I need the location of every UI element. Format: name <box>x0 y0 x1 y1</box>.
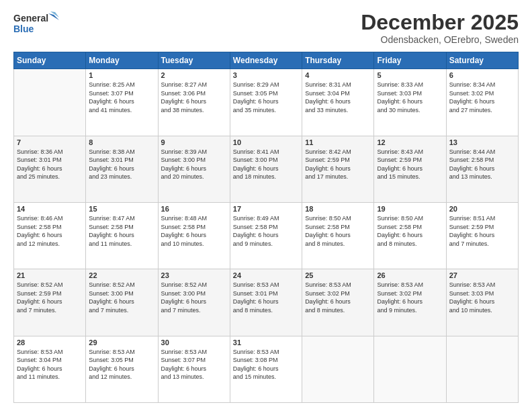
calendar-cell: 18Sunrise: 8:50 AM Sunset: 2:58 PM Dayli… <box>302 202 374 269</box>
week-row-3: 14Sunrise: 8:46 AM Sunset: 2:58 PM Dayli… <box>14 202 519 269</box>
day-number: 29 <box>89 338 154 347</box>
day-info: Sunrise: 8:53 AM Sunset: 3:02 PM Dayligh… <box>377 281 443 314</box>
week-row-4: 21Sunrise: 8:52 AM Sunset: 2:59 PM Dayli… <box>14 269 519 336</box>
logo-svg: GeneralBlue <box>13 11 60 36</box>
col-wednesday: Wednesday <box>230 52 302 69</box>
day-number: 13 <box>449 138 515 146</box>
col-friday: Friday <box>374 52 446 69</box>
header: GeneralBlue December 2025 Odensbacken, O… <box>13 11 519 45</box>
day-number: 28 <box>17 338 83 347</box>
day-number: 9 <box>161 138 227 146</box>
calendar-cell: 11Sunrise: 8:42 AM Sunset: 2:59 PM Dayli… <box>302 136 374 202</box>
calendar-cell: 17Sunrise: 8:49 AM Sunset: 2:58 PM Dayli… <box>230 202 302 269</box>
calendar-cell: 15Sunrise: 8:47 AM Sunset: 2:58 PM Dayli… <box>86 202 158 269</box>
calendar-cell: 24Sunrise: 8:53 AM Sunset: 3:01 PM Dayli… <box>230 269 302 336</box>
calendar-cell: 2Sunrise: 8:27 AM Sunset: 3:06 PM Daylig… <box>158 69 230 136</box>
day-info: Sunrise: 8:52 AM Sunset: 2:59 PM Dayligh… <box>17 281 83 314</box>
day-info: Sunrise: 8:25 AM Sunset: 3:07 PM Dayligh… <box>89 81 154 114</box>
logo: GeneralBlue <box>13 11 60 36</box>
calendar-cell: 25Sunrise: 8:53 AM Sunset: 3:02 PM Dayli… <box>302 269 374 336</box>
day-number: 15 <box>89 205 154 213</box>
day-number: 25 <box>305 271 371 279</box>
calendar-cell: 31Sunrise: 8:53 AM Sunset: 3:08 PM Dayli… <box>230 336 302 402</box>
day-info: Sunrise: 8:50 AM Sunset: 2:58 PM Dayligh… <box>305 214 371 248</box>
day-info: Sunrise: 8:53 AM Sunset: 3:04 PM Dayligh… <box>17 348 83 381</box>
calendar-cell: 13Sunrise: 8:44 AM Sunset: 2:58 PM Dayli… <box>446 136 518 202</box>
day-number: 3 <box>233 71 299 79</box>
calendar-cell: 26Sunrise: 8:53 AM Sunset: 3:02 PM Dayli… <box>374 269 446 336</box>
day-number: 19 <box>377 205 443 213</box>
calendar-cell <box>302 336 374 402</box>
svg-marker-2 <box>48 13 59 20</box>
calendar-cell: 10Sunrise: 8:41 AM Sunset: 3:00 PM Dayli… <box>230 136 302 202</box>
day-info: Sunrise: 8:43 AM Sunset: 2:59 PM Dayligh… <box>377 148 443 181</box>
day-number: 20 <box>449 205 515 213</box>
day-number: 22 <box>89 271 154 279</box>
day-number: 27 <box>449 271 515 279</box>
day-info: Sunrise: 8:48 AM Sunset: 2:58 PM Dayligh… <box>161 214 227 248</box>
day-number: 5 <box>377 71 443 79</box>
calendar-cell: 6Sunrise: 8:34 AM Sunset: 3:02 PM Daylig… <box>446 69 518 136</box>
day-number: 31 <box>233 338 299 347</box>
day-info: Sunrise: 8:53 AM Sunset: 3:03 PM Dayligh… <box>449 281 515 314</box>
day-info: Sunrise: 8:38 AM Sunset: 3:01 PM Dayligh… <box>89 148 154 181</box>
calendar-cell: 7Sunrise: 8:36 AM Sunset: 3:01 PM Daylig… <box>14 136 86 202</box>
week-row-1: 1Sunrise: 8:25 AM Sunset: 3:07 PM Daylig… <box>14 69 519 136</box>
col-monday: Monday <box>86 52 158 69</box>
calendar-header-row: Sunday Monday Tuesday Wednesday Thursday… <box>14 52 519 69</box>
col-thursday: Thursday <box>302 52 374 69</box>
day-info: Sunrise: 8:53 AM Sunset: 3:08 PM Dayligh… <box>233 348 299 381</box>
calendar-cell: 5Sunrise: 8:33 AM Sunset: 3:03 PM Daylig… <box>374 69 446 136</box>
day-number: 23 <box>161 271 227 279</box>
day-info: Sunrise: 8:36 AM Sunset: 3:01 PM Dayligh… <box>17 148 83 181</box>
title-block: December 2025 Odensbacken, OErebro, Swed… <box>361 11 519 45</box>
day-info: Sunrise: 8:34 AM Sunset: 3:02 PM Dayligh… <box>449 81 515 114</box>
day-info: Sunrise: 8:53 AM Sunset: 3:02 PM Dayligh… <box>305 281 371 314</box>
day-number: 8 <box>89 138 154 146</box>
day-info: Sunrise: 8:44 AM Sunset: 2:58 PM Dayligh… <box>449 148 515 181</box>
day-number: 30 <box>161 338 227 347</box>
month-title: December 2025 <box>361 11 519 34</box>
calendar-cell: 28Sunrise: 8:53 AM Sunset: 3:04 PM Dayli… <box>14 336 86 402</box>
day-number: 2 <box>161 71 227 79</box>
week-row-5: 28Sunrise: 8:53 AM Sunset: 3:04 PM Dayli… <box>14 336 519 402</box>
day-info: Sunrise: 8:51 AM Sunset: 2:59 PM Dayligh… <box>449 214 515 248</box>
day-info: Sunrise: 8:27 AM Sunset: 3:06 PM Dayligh… <box>161 81 227 114</box>
day-number: 14 <box>17 205 83 213</box>
day-number: 10 <box>233 138 299 146</box>
day-info: Sunrise: 8:33 AM Sunset: 3:03 PM Dayligh… <box>377 81 443 114</box>
calendar-cell: 27Sunrise: 8:53 AM Sunset: 3:03 PM Dayli… <box>446 269 518 336</box>
day-number: 6 <box>449 71 515 79</box>
day-number: 18 <box>305 205 371 213</box>
day-info: Sunrise: 8:49 AM Sunset: 2:58 PM Dayligh… <box>233 214 299 248</box>
calendar-cell: 21Sunrise: 8:52 AM Sunset: 2:59 PM Dayli… <box>14 269 86 336</box>
day-number: 24 <box>233 271 299 279</box>
day-number: 16 <box>161 205 227 213</box>
calendar-cell: 29Sunrise: 8:53 AM Sunset: 3:05 PM Dayli… <box>86 336 158 402</box>
day-info: Sunrise: 8:53 AM Sunset: 3:05 PM Dayligh… <box>89 348 154 381</box>
day-number: 11 <box>305 138 371 146</box>
calendar-cell: 23Sunrise: 8:52 AM Sunset: 3:00 PM Dayli… <box>158 269 230 336</box>
calendar-cell: 16Sunrise: 8:48 AM Sunset: 2:58 PM Dayli… <box>158 202 230 269</box>
calendar-cell: 4Sunrise: 8:31 AM Sunset: 3:04 PM Daylig… <box>302 69 374 136</box>
day-info: Sunrise: 8:29 AM Sunset: 3:05 PM Dayligh… <box>233 81 299 114</box>
calendar-cell: 14Sunrise: 8:46 AM Sunset: 2:58 PM Dayli… <box>14 202 86 269</box>
day-info: Sunrise: 8:50 AM Sunset: 2:58 PM Dayligh… <box>377 214 443 248</box>
calendar-cell: 19Sunrise: 8:50 AM Sunset: 2:58 PM Dayli… <box>374 202 446 269</box>
calendar-cell <box>14 69 86 136</box>
day-number: 26 <box>377 271 443 279</box>
day-number: 1 <box>89 71 154 79</box>
day-info: Sunrise: 8:41 AM Sunset: 3:00 PM Dayligh… <box>233 148 299 181</box>
calendar-cell: 3Sunrise: 8:29 AM Sunset: 3:05 PM Daylig… <box>230 69 302 136</box>
calendar-cell: 22Sunrise: 8:52 AM Sunset: 3:00 PM Dayli… <box>86 269 158 336</box>
calendar-cell: 8Sunrise: 8:38 AM Sunset: 3:01 PM Daylig… <box>86 136 158 202</box>
day-info: Sunrise: 8:39 AM Sunset: 3:00 PM Dayligh… <box>161 148 227 181</box>
calendar-cell: 1Sunrise: 8:25 AM Sunset: 3:07 PM Daylig… <box>86 69 158 136</box>
day-number: 12 <box>377 138 443 146</box>
location-title: Odensbacken, OErebro, Sweden <box>361 34 519 45</box>
calendar-table: Sunday Monday Tuesday Wednesday Thursday… <box>13 52 519 403</box>
calendar-cell <box>446 336 518 402</box>
day-number: 17 <box>233 205 299 213</box>
col-tuesday: Tuesday <box>158 52 230 69</box>
day-number: 21 <box>17 271 83 279</box>
